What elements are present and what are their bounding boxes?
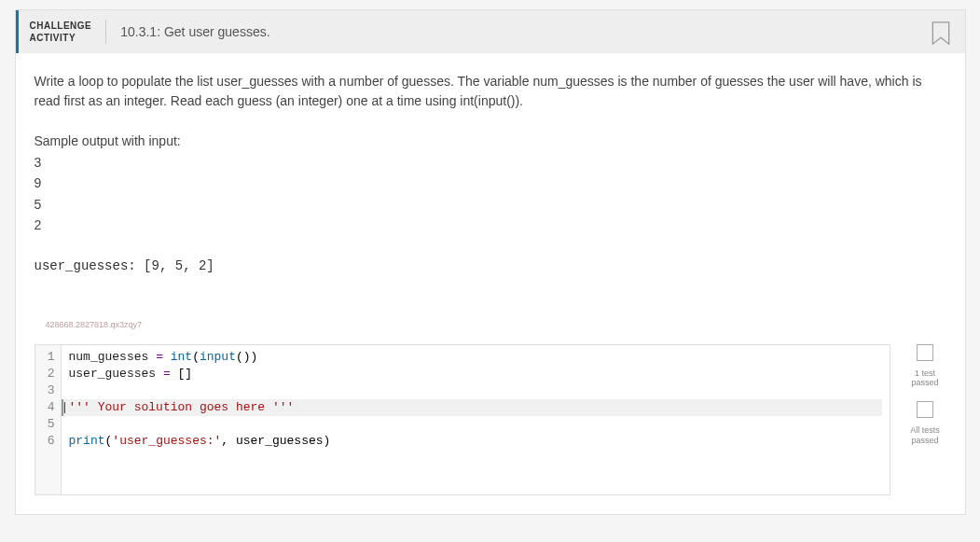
code-line[interactable]	[69, 416, 882, 433]
line-number: 1	[41, 349, 55, 366]
line-gutter: 1 2 3 4 5 6	[35, 345, 62, 494]
line-number: 2	[41, 366, 55, 382]
line-number: 3	[41, 382, 55, 399]
activity-title: 10.3.1: Get user guesses.	[120, 24, 269, 39]
challenge-header: CHALLENGE ACTIVITY 10.3.1: Get user gues…	[16, 10, 965, 53]
activity-label-line2: ACTIVITY	[30, 32, 92, 44]
sample-output: user_guesses: [9, 5, 2]	[35, 258, 946, 273]
sample-value: 5	[35, 194, 946, 215]
line-number: 6	[41, 433, 55, 450]
sample-input-values: 3 9 5 2	[35, 152, 946, 236]
line-number: 4	[41, 399, 55, 416]
challenge-container: CHALLENGE ACTIVITY 10.3.1: Get user gues…	[15, 9, 966, 515]
activity-label-line1: CHALLENGE	[30, 20, 92, 32]
code-line[interactable]	[69, 382, 882, 399]
bookmark-icon[interactable]	[931, 21, 951, 46]
test-label-all: All tests passed	[910, 425, 940, 446]
code-editor[interactable]: 1 2 3 4 5 6 num_guesses = int(input()) u…	[35, 344, 890, 495]
code-line-active[interactable]: ''' Your solution goes here '''	[62, 399, 882, 416]
code-content[interactable]: num_guesses = int(input()) user_guesses …	[62, 345, 890, 494]
activity-label: CHALLENGE ACTIVITY	[30, 20, 107, 44]
line-number: 5	[41, 416, 55, 433]
sample-value: 9	[35, 173, 946, 193]
test-checkbox-one[interactable]	[917, 344, 933, 361]
sample-output-label: Sample output with input:	[35, 133, 946, 148]
code-line[interactable]: user_guesses = []	[69, 366, 882, 382]
code-line[interactable]: num_guesses = int(input())	[69, 349, 882, 366]
code-line[interactable]: print('user_guesses:', user_guesses)	[69, 433, 882, 450]
sample-value: 3	[35, 152, 946, 173]
test-checkbox-all[interactable]	[917, 401, 933, 418]
test-status-sidebar: 1 test passed All tests passed	[890, 344, 946, 495]
editor-area: 1 2 3 4 5 6 num_guesses = int(input()) u…	[16, 344, 965, 514]
sample-value: 2	[35, 215, 946, 235]
problem-description: Write a loop to populate the list user_g…	[35, 72, 946, 111]
test-label-one: 1 test passed	[911, 368, 938, 389]
problem-hash: 428668.2827818.qx3zqy7	[46, 320, 946, 329]
content-area: Write a loop to populate the list user_g…	[16, 53, 965, 344]
